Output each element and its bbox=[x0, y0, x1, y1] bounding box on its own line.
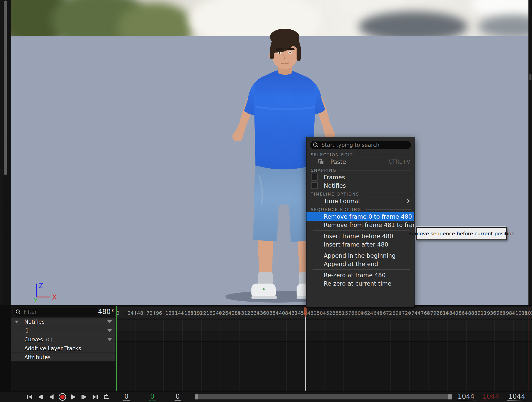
tooltip-text: Remove sequence before current position bbox=[408, 231, 515, 237]
checkbox[interactable] bbox=[311, 182, 318, 189]
menu-item-frames[interactable]: Frames bbox=[306, 173, 414, 181]
sequence-end-marker bbox=[528, 306, 528, 391]
menu-section-label: TIMELINE OPTIONS bbox=[311, 192, 359, 197]
filter-row: 480* bbox=[11, 306, 115, 318]
context-menu-items: SELECTION EDITPasteCTRL+VSNAPPINGFramesN… bbox=[306, 152, 414, 288]
axis-gizmo: Z X Y bbox=[32, 281, 60, 304]
menu-item-remove-frame-0-to-frame-480[interactable]: Remove frame 0 to frame 480 bbox=[306, 212, 414, 221]
scrollbar-left-cap[interactable] bbox=[195, 394, 198, 399]
menu-separator bbox=[313, 230, 410, 231]
checkbox[interactable] bbox=[311, 174, 318, 181]
menu-item-label: Paste bbox=[330, 159, 388, 165]
loop-icon bbox=[102, 393, 110, 401]
viewport-3d[interactable]: Z X Y bbox=[11, 0, 528, 305]
menu-item-append-in-the-beginning[interactable]: Append in the beginning bbox=[306, 251, 414, 260]
tooltip: Remove sequence before current position bbox=[416, 227, 507, 240]
shortcut-label: CTRL+V bbox=[388, 159, 410, 165]
menu-item-re-zero-at-frame-480[interactable]: Re-zero at frame 480 bbox=[306, 271, 414, 279]
track-label: 1 bbox=[25, 328, 29, 334]
axis-x-label: X bbox=[52, 293, 57, 301]
menu-item-label: Append in the beginning bbox=[324, 252, 410, 259]
menu-search-input[interactable] bbox=[321, 142, 408, 148]
sequence-start-line bbox=[116, 306, 117, 391]
menu-item-label: Insert frame after 480 bbox=[324, 241, 410, 248]
menu-item-label: Notifies bbox=[324, 182, 410, 189]
menu-item-label: Frames bbox=[324, 174, 410, 181]
filter-input[interactable] bbox=[24, 309, 97, 315]
menu-item-insert-frame-after-480[interactable]: Insert frame after 480 bbox=[306, 240, 414, 249]
right-vertical-scrollbar[interactable] bbox=[529, 74, 531, 80]
play-forward-icon bbox=[70, 393, 77, 401]
paste-icon bbox=[318, 159, 324, 165]
backdrop-van-shadow bbox=[478, 15, 528, 36]
timeline-context-menu: SELECTION EDITPasteCTRL+VSNAPPINGFramesN… bbox=[306, 137, 415, 308]
record-button[interactable] bbox=[58, 393, 67, 401]
step-forward-icon bbox=[80, 393, 88, 401]
ruler-tick-24: 24 bbox=[126, 309, 134, 317]
scrollbar-handle[interactable] bbox=[195, 394, 452, 399]
backdrop-van bbox=[470, 0, 528, 18]
menu-item-label: Re-zero at current time bbox=[324, 280, 410, 287]
track-label: Attributes bbox=[24, 354, 51, 360]
skip-to-start-button[interactable] bbox=[25, 393, 34, 401]
menu-separator bbox=[313, 250, 410, 250]
menu-section-timeline-options: TIMELINE OPTIONS bbox=[306, 191, 414, 197]
menu-section-sequence-editing: SEQUENCE EDITING bbox=[306, 207, 414, 212]
track-row-notifies[interactable]: Notifies bbox=[11, 318, 115, 326]
timeline-bottom-bar: 000 104410441044 bbox=[0, 392, 532, 402]
search-icon bbox=[15, 309, 21, 315]
search-icon bbox=[313, 142, 319, 148]
track-row-curves[interactable]: Curves(0) bbox=[11, 335, 115, 344]
axis-y-label: Y bbox=[34, 297, 38, 304]
range-field-right-2[interactable]: 1044 bbox=[507, 393, 526, 401]
menu-item-label: Time Format bbox=[324, 198, 406, 204]
track-label: Notifies bbox=[24, 319, 45, 325]
current-frame-badge: 480* bbox=[98, 308, 114, 316]
range-field-right-0[interactable]: 1044 bbox=[457, 393, 475, 401]
menu-searchbox[interactable] bbox=[310, 141, 411, 149]
ruler-tick-0: 0 bbox=[116, 309, 119, 317]
track-row-attributes[interactable]: Attributes bbox=[11, 353, 115, 361]
expander-arrow-icon[interactable] bbox=[15, 321, 19, 323]
dropdown-arrow-icon[interactable] bbox=[107, 338, 112, 341]
menu-item-paste[interactable]: PasteCTRL+V bbox=[306, 158, 414, 166]
ruler-tick-1032: 1032 bbox=[523, 309, 532, 317]
range-field-left-1[interactable]: 0 bbox=[149, 393, 156, 401]
timeline-track-area[interactable]: 0244872961201441681922162402642883123363… bbox=[115, 306, 532, 391]
track-row-1[interactable]: 1 bbox=[11, 326, 115, 335]
transport-controls bbox=[25, 392, 110, 402]
menu-item-label: Remove from frame 481 to frame 1,045 bbox=[324, 222, 415, 228]
left-vertical-scrollbar[interactable] bbox=[4, 1, 7, 175]
filter-searchbox[interactable] bbox=[12, 308, 100, 316]
skip-to-end-icon bbox=[91, 393, 99, 401]
play-reverse-button[interactable] bbox=[47, 393, 56, 401]
menu-item-label: Append at the end bbox=[324, 261, 410, 267]
menu-item-append-at-the-end[interactable]: Append at the end bbox=[306, 260, 414, 268]
range-field-left-0[interactable]: 0 bbox=[123, 393, 130, 401]
range-field-right-1[interactable]: 1044 bbox=[482, 393, 500, 401]
dropdown-arrow-icon[interactable] bbox=[107, 329, 112, 332]
skip-to-end-button[interactable] bbox=[91, 393, 99, 401]
loop-button[interactable] bbox=[102, 393, 110, 401]
menu-section-label: SELECTION EDIT bbox=[311, 152, 353, 157]
scrollbar-right-cap[interactable] bbox=[448, 394, 452, 399]
track-row-additive-layer-tracks[interactable]: Additive Layer Tracks bbox=[11, 344, 115, 353]
menu-item-notifies[interactable]: Notifies bbox=[306, 181, 414, 190]
step-back-button[interactable] bbox=[36, 393, 45, 401]
step-forward-button[interactable] bbox=[80, 393, 89, 401]
ruler-tick-72: 72 bbox=[145, 309, 152, 317]
dropdown-arrow-icon[interactable] bbox=[107, 320, 112, 323]
playhead-marker[interactable] bbox=[303, 307, 308, 318]
menu-item-remove-from-frame-481-to-frame-1-045[interactable]: Remove from frame 481 to frame 1,045 bbox=[306, 221, 414, 229]
ruler-tick-96: 96 bbox=[154, 309, 162, 317]
menu-item-label: Remove frame 0 to frame 480 bbox=[324, 213, 412, 220]
range-field-left-2[interactable]: 0 bbox=[175, 393, 181, 401]
menu-item-insert-frame-before-480[interactable]: Insert frame before 480 bbox=[306, 232, 414, 240]
menu-section-selection-edit: SELECTION EDIT bbox=[306, 152, 414, 158]
menu-item-re-zero-at-current-time[interactable]: Re-zero at current time bbox=[306, 279, 414, 288]
menu-item-time-format[interactable]: Time Format bbox=[306, 197, 414, 205]
play-forward-button[interactable] bbox=[69, 393, 78, 401]
timeline-horizontal-scrollbar[interactable] bbox=[194, 394, 452, 400]
timeline-ruler[interactable]: 0244872961201441681922162402642883123363… bbox=[115, 307, 532, 319]
playhead-line[interactable] bbox=[305, 317, 306, 391]
